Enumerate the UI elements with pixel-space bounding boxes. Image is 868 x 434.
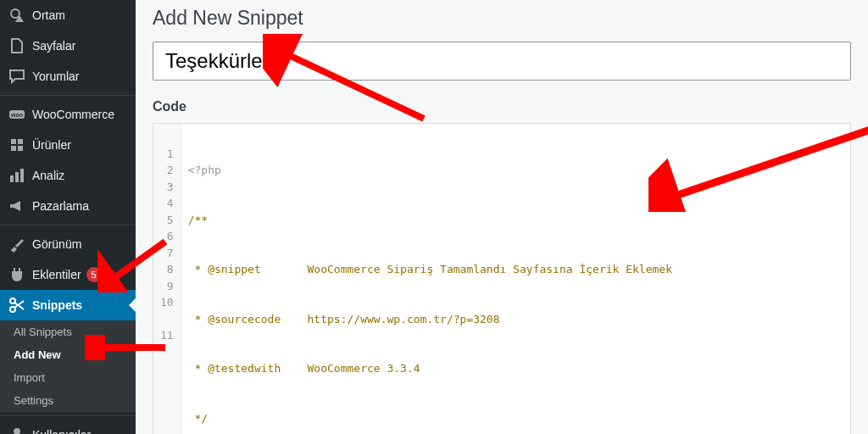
sidebar-label: Pazarlama <box>32 199 89 213</box>
code-section-heading: Code <box>153 99 851 114</box>
media-icon <box>8 7 25 24</box>
comment-icon <box>8 68 25 85</box>
sidebar-label: Snippets <box>32 298 82 312</box>
svg-rect-4 <box>18 139 23 144</box>
sidebar-label: Kullanıcılar <box>32 428 91 434</box>
update-badge: 5 <box>86 267 102 282</box>
svg-text:woo: woo <box>10 112 23 118</box>
sidebar-item-media[interactable]: Ortam <box>0 0 136 31</box>
sidebar-item-analytics[interactable]: Analiz <box>0 160 136 191</box>
sidebar-label: Görünüm <box>32 237 81 251</box>
sidebar-item-woocommerce[interactable]: wooWooCommerce <box>0 95 136 130</box>
sidebar-sub-label: Add New <box>14 348 61 361</box>
submenu-add-new[interactable]: Add New <box>0 343 136 366</box>
sidebar-label: WooCommerce <box>32 108 114 121</box>
sidebar-item-plugins[interactable]: Eklentiler5 <box>0 259 136 290</box>
line-gutter: 12345678910 11 <box>153 124 181 434</box>
main-content: Add New Snippet Code 12345678910 11 <?ph… <box>136 0 868 434</box>
svg-point-12 <box>14 428 20 434</box>
sidebar-label: Eklentiler <box>32 268 81 281</box>
svg-rect-3 <box>11 139 16 144</box>
sidebar-label: Yorumlar <box>32 70 80 83</box>
sidebar-item-snippets[interactable]: Snippets <box>0 290 136 320</box>
svg-rect-9 <box>20 169 24 182</box>
sidebar-sub-label: Import <box>14 371 45 384</box>
sidebar-label: Analiz <box>32 169 64 182</box>
products-icon <box>8 136 25 153</box>
svg-rect-6 <box>18 146 23 151</box>
chart-icon <box>8 167 25 184</box>
scissors-icon <box>8 297 25 314</box>
sidebar-item-comments[interactable]: Yorumlar <box>0 61 136 92</box>
admin-sidebar: Ortam Sayfalar Yorumlar wooWooCommerce Ü… <box>0 0 136 434</box>
woo-icon: woo <box>8 106 25 123</box>
svg-point-0 <box>11 9 19 18</box>
sidebar-sub-label: Settings <box>14 394 53 407</box>
plugin-icon <box>8 266 25 283</box>
sidebar-item-users[interactable]: Kullanıcılar <box>0 415 136 434</box>
snippet-title-input[interactable] <box>153 42 851 81</box>
page-icon <box>8 37 25 54</box>
sidebar-label: Ürünler <box>32 138 71 152</box>
sidebar-item-pages[interactable]: Sayfalar <box>0 31 136 61</box>
svg-rect-7 <box>10 175 14 182</box>
sidebar-sub-label: All Snippets <box>14 326 72 338</box>
sidebar-item-marketing[interactable]: Pazarlama <box>0 191 136 221</box>
megaphone-icon <box>8 198 25 214</box>
sidebar-label: Ortam <box>32 8 65 22</box>
brush-icon <box>8 236 25 253</box>
svg-rect-5 <box>11 146 16 151</box>
sidebar-item-products[interactable]: Ürünler <box>0 130 136 160</box>
submenu-import[interactable]: Import <box>0 366 136 389</box>
submenu-settings[interactable]: Settings <box>0 389 136 412</box>
sidebar-label: Sayfalar <box>32 39 75 53</box>
code-editor[interactable]: 12345678910 11 <?php /** * @snippet WooC… <box>153 123 851 434</box>
sidebar-item-appearance[interactable]: Görünüm <box>0 225 136 259</box>
snippets-submenu: All Snippets Add New Import Settings <box>0 320 136 412</box>
submenu-all-snippets[interactable]: All Snippets <box>0 320 136 343</box>
user-icon <box>8 426 25 434</box>
code-content: <?php /** * @snippet WooCommerce Sipariş… <box>181 124 850 434</box>
svg-rect-8 <box>15 172 19 182</box>
page-title: Add New Snippet <box>153 0 851 42</box>
